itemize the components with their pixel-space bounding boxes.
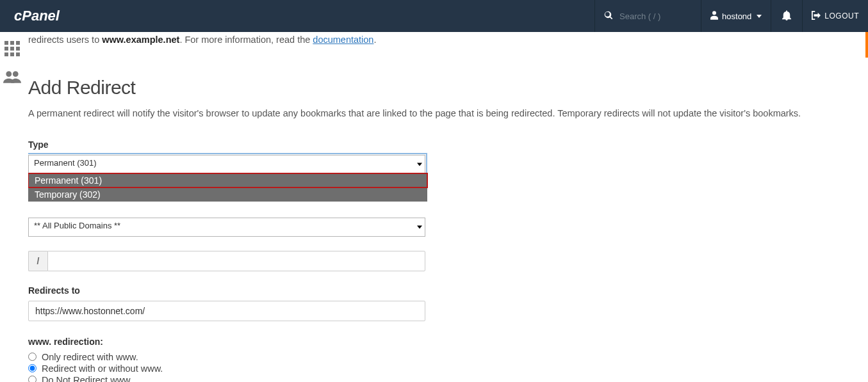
search-icon: [604, 11, 613, 22]
type-option-permanent[interactable]: Permanent (301): [28, 173, 428, 188]
username: hostond: [722, 12, 751, 21]
documentation-link[interactable]: documentation: [313, 35, 373, 45]
chevron-down-icon: [417, 163, 422, 166]
search-input[interactable]: [619, 12, 690, 21]
page-description: A permanent redirect will notify the vis…: [28, 107, 835, 120]
notifications[interactable]: [771, 0, 802, 32]
caret-down-icon: [757, 15, 762, 18]
user-icon: [710, 11, 718, 22]
type-option-temporary[interactable]: Temporary (302): [28, 187, 427, 202]
www-opt3[interactable]: Do Not Redirect www.: [28, 375, 425, 382]
page-title: Add Redirect: [28, 77, 855, 99]
search-wrap[interactable]: [595, 11, 701, 22]
intro-text: redirects users to www.example.net. For …: [28, 35, 855, 45]
path-prefix: /: [28, 251, 47, 271]
www-opt3-radio[interactable]: [28, 376, 37, 382]
type-select[interactable]: Permanent (301): [28, 155, 425, 174]
svg-point-2: [13, 71, 19, 77]
www-opt1[interactable]: Only redirect with www.: [28, 352, 425, 362]
cpanel-logo[interactable]: cPanel: [0, 8, 69, 24]
bell-icon: [782, 10, 791, 22]
topbar: cPanel hostond LOGOUT: [0, 0, 868, 32]
path-input[interactable]: [47, 251, 425, 271]
www-opt2[interactable]: Redirect with or without www.: [28, 363, 425, 374]
type-selected-value: Permanent (301): [34, 158, 97, 168]
type-label: Type: [28, 139, 425, 150]
apps-grid-icon[interactable]: [4, 41, 20, 56]
left-sidebar: [0, 32, 24, 382]
www-opt1-radio[interactable]: [28, 353, 37, 361]
www-redirection-label: www. redirection:: [28, 337, 425, 347]
svg-text:cPanel: cPanel: [14, 8, 60, 24]
domain-selected-value: ** All Public Domains **: [34, 221, 120, 230]
www-opt2-radio[interactable]: [28, 364, 37, 372]
main-content: redirects users to www.example.net. For …: [28, 32, 863, 382]
domain-select[interactable]: ** All Public Domains **: [28, 218, 425, 237]
logout-icon: [812, 11, 821, 22]
chevron-down-icon: [417, 225, 422, 228]
scroll-indicator: [865, 32, 868, 58]
users-icon[interactable]: [3, 70, 21, 85]
path-row: /: [28, 251, 425, 271]
logout-button[interactable]: LOGOUT: [803, 11, 868, 22]
user-menu[interactable]: hostond: [701, 0, 771, 32]
type-dropdown: Permanent (301) Temporary (302): [28, 173, 427, 202]
redirects-to-input[interactable]: [28, 301, 425, 321]
svg-point-1: [6, 71, 12, 77]
logout-label: LOGOUT: [824, 12, 859, 20]
redirects-to-label: Redirects to: [28, 285, 425, 296]
